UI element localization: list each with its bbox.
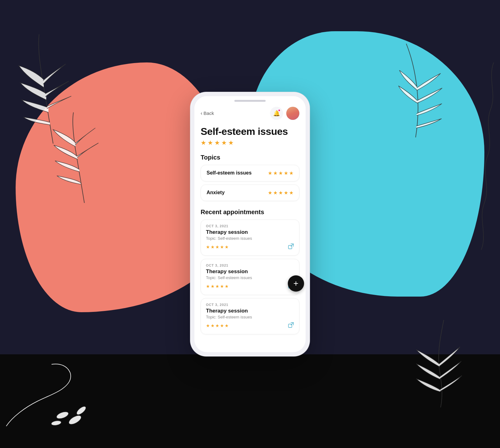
- appt-footer-2: ★ ★ ★ ★ ★: [206, 283, 294, 290]
- phone-content[interactable]: Self-esteem issues ★ ★ ★ ★ ★ Topics Self…: [194, 124, 306, 345]
- appt-date-3: OCT 3, 2021: [206, 303, 294, 307]
- phone-mockup: ‹ Back 🔔 Self-esteem issues: [191, 92, 309, 356]
- appt-topic-2: Topic: Self-esteem issues: [206, 275, 294, 280]
- topic-name-anxiety: Anxiety: [207, 190, 225, 195]
- topic-star-2: ★: [273, 170, 278, 176]
- external-link-icon-1[interactable]: [288, 243, 294, 251]
- phone-frame: ‹ Back 🔔 Self-esteem issues: [191, 92, 309, 356]
- back-label: Back: [203, 111, 214, 116]
- anxiety-star-1: ★: [268, 190, 272, 196]
- appt-title-1: Therapy session: [206, 229, 294, 235]
- topic-name-selfesteem: Self-esteem issues: [207, 170, 252, 176]
- notification-dot: [278, 109, 281, 112]
- appt-date-2: OCT 3, 2021: [206, 263, 294, 267]
- topic-stars-anxiety: ★ ★ ★ ★ ★: [268, 190, 293, 196]
- appt-2-star-2: ★: [211, 284, 215, 289]
- appt-topic-1: Topic: Self-esteem issues: [206, 236, 294, 241]
- appt-2-star-3: ★: [215, 284, 219, 289]
- appt-1-star-4: ★: [220, 244, 224, 249]
- topic-star-3: ★: [278, 170, 283, 176]
- appointments-section: Recent appointments OCT 3, 2021 Therapy …: [201, 209, 299, 334]
- page-star-1: ★: [201, 139, 206, 146]
- topic-stars-selfesteem: ★ ★ ★ ★ ★: [268, 170, 293, 176]
- status-bar: [194, 96, 306, 104]
- back-button[interactable]: ‹ Back: [201, 111, 214, 116]
- appt-stars-2: ★ ★ ★ ★ ★: [206, 284, 229, 289]
- appt-date-1: OCT 3, 2021: [206, 224, 294, 228]
- topic-card-selfesteem[interactable]: Self-esteem issues ★ ★ ★ ★ ★: [201, 165, 299, 181]
- appt-1-star-3: ★: [215, 244, 219, 249]
- page-rating-stars: ★ ★ ★ ★ ★: [201, 139, 299, 146]
- appt-2-star-5: ★: [225, 284, 229, 289]
- appointments-section-title: Recent appointments: [201, 209, 299, 216]
- appointment-card-1[interactable]: OCT 3, 2021 Therapy session Topic: Self-…: [201, 219, 299, 256]
- anxiety-star-5: ★: [289, 190, 293, 196]
- page-star-3: ★: [214, 139, 220, 146]
- back-chevron-icon: ‹: [201, 111, 202, 116]
- appt-title-3: Therapy session: [206, 308, 294, 314]
- phone-screen: ‹ Back 🔔 Self-esteem issues: [194, 96, 306, 352]
- appt-2-star-1: ★: [206, 284, 210, 289]
- phone-notch: [234, 100, 266, 102]
- topics-section-title: Topics: [201, 154, 299, 161]
- page-star-4: ★: [221, 139, 227, 146]
- page-title: Self-esteem issues: [201, 126, 299, 137]
- header-right: 🔔: [270, 107, 299, 120]
- appt-1-star-1: ★: [206, 244, 210, 249]
- appt-topic-3: Topic: Self-esteem issues: [206, 315, 294, 319]
- appt-stars-3: ★ ★ ★ ★ ★: [206, 323, 229, 328]
- appt-1-star-2: ★: [211, 244, 215, 249]
- topic-star-4: ★: [284, 170, 288, 176]
- fab-add-button[interactable]: +: [288, 275, 304, 292]
- external-link-icon-3[interactable]: [288, 322, 294, 330]
- appt-3-star-1: ★: [206, 323, 210, 328]
- appointment-card-3[interactable]: OCT 3, 2021 Therapy session Topic: Self-…: [201, 298, 299, 334]
- topic-star-1: ★: [268, 170, 272, 176]
- page-star-5: ★: [228, 139, 234, 146]
- appt-stars-1: ★ ★ ★ ★ ★: [206, 244, 229, 249]
- appt-1-star-5: ★: [225, 244, 229, 249]
- anxiety-star-3: ★: [278, 190, 283, 196]
- anxiety-star-2: ★: [273, 190, 278, 196]
- anxiety-star-4: ★: [284, 190, 288, 196]
- avatar-image: [286, 107, 299, 120]
- appointment-card-2[interactable]: OCT 3, 2021 Therapy session Topic: Self-…: [201, 259, 299, 295]
- appt-title-2: Therapy session: [206, 268, 294, 275]
- notification-button[interactable]: 🔔: [270, 107, 283, 120]
- topic-card-anxiety[interactable]: Anxiety ★ ★ ★ ★ ★: [201, 185, 299, 201]
- avatar[interactable]: [286, 107, 299, 120]
- appt-footer-3: ★ ★ ★ ★ ★: [206, 322, 294, 330]
- appt-3-star-4: ★: [220, 323, 224, 328]
- topic-star-5: ★: [289, 170, 293, 176]
- header: ‹ Back 🔔: [194, 104, 306, 124]
- appt-3-star-5: ★: [225, 323, 229, 328]
- appt-3-star-3: ★: [215, 323, 219, 328]
- page-star-2: ★: [208, 139, 213, 146]
- appt-3-star-2: ★: [211, 323, 215, 328]
- appt-2-star-4: ★: [220, 284, 224, 289]
- background-black: [0, 354, 500, 448]
- appt-footer-1: ★ ★ ★ ★ ★: [206, 243, 294, 251]
